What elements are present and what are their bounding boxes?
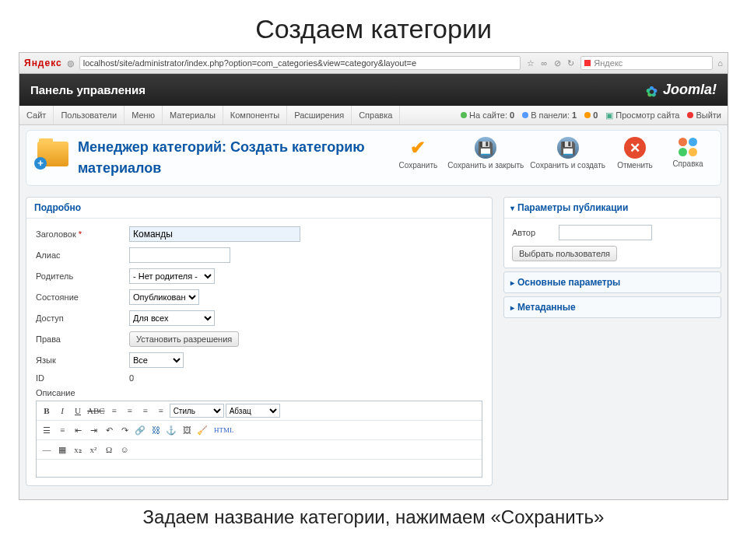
emoticon-button[interactable]: ☺	[117, 443, 132, 457]
image-button[interactable]: 🖼	[180, 423, 194, 437]
access-select[interactable]: Для всех	[129, 310, 215, 326]
id-value: 0	[129, 373, 134, 383]
reload-icon[interactable]: ↻	[565, 58, 576, 68]
author-label: Автор	[512, 228, 559, 237]
editor-toolbar-1: B I U ABC ≡ ≡ ≡ ≡ Стиль Абзац	[37, 401, 482, 421]
access-label: Доступ	[36, 313, 129, 323]
alias-input[interactable]	[129, 247, 230, 263]
table-button[interactable]: ▦	[55, 443, 69, 457]
content-area: + Менеджер категорий: Создать категорию …	[19, 125, 728, 499]
joomla-logo: Joomla!	[646, 82, 717, 98]
html-button[interactable]: HTML	[211, 423, 237, 437]
editor-toolbar-2: ☰ ≡ ⇤ ⇥ ↶ ↷ 🔗 ⛓ ⚓ 🖼 🧹	[37, 421, 482, 440]
state-select[interactable]: Опубликовано	[129, 289, 199, 305]
description-label: Описание	[36, 388, 482, 397]
metadata-panel-header[interactable]: Метаданные	[504, 297, 721, 317]
logout-icon	[687, 112, 693, 118]
main-menu: Сайт Пользователи Меню Материалы Компоне…	[19, 106, 728, 125]
number-list-button[interactable]: ≡	[55, 423, 69, 437]
author-input[interactable]	[559, 225, 652, 240]
save-button[interactable]: Сохранить	[395, 137, 441, 170]
menu-menus[interactable]: Меню	[124, 106, 163, 124]
search-input[interactable]: Яндекс	[580, 56, 713, 70]
admin-title: Панель управления	[30, 83, 146, 96]
anchor-button[interactable]: ⚓	[164, 423, 178, 437]
redo-button[interactable]: ↷	[117, 423, 132, 437]
home-icon[interactable]: ⌂	[717, 58, 723, 68]
save-close-button[interactable]: Сохранить и закрыть	[447, 137, 524, 170]
msg-count: 0	[584, 110, 598, 120]
globe-icon: ◍	[67, 58, 75, 68]
align-left-button[interactable]: ≡	[107, 404, 121, 418]
title-label: Заголовок *	[36, 229, 129, 239]
menu-content[interactable]: Материалы	[163, 106, 223, 124]
subscript-button[interactable]: x₂	[71, 443, 85, 457]
help-button[interactable]: Справка	[665, 137, 711, 170]
basic-panel-header[interactable]: Основные параметры	[504, 272, 721, 292]
align-right-button[interactable]: ≡	[139, 404, 153, 418]
menu-users[interactable]: Пользователи	[54, 106, 124, 124]
stop-icon[interactable]: ⊘	[552, 58, 563, 68]
editor: B I U ABC ≡ ≡ ≡ ≡ Стиль Абзац	[36, 401, 482, 478]
cancel-button[interactable]: Отменить	[612, 137, 658, 170]
save-close-label: Сохранить и закрыть	[447, 161, 524, 170]
char-button[interactable]: Ω	[102, 443, 116, 457]
save-new-button[interactable]: Сохранить и создать	[530, 137, 605, 170]
menu-extensions[interactable]: Расширения	[287, 106, 352, 124]
link-button[interactable]: 🔗	[133, 423, 147, 437]
onsite-count: На сайте: 0	[461, 110, 514, 120]
metadata-panel: Метаданные	[503, 296, 721, 318]
clean-button[interactable]: 🧹	[195, 423, 209, 437]
menu-site[interactable]: Сайт	[19, 106, 54, 124]
state-label: Состояние	[36, 292, 129, 302]
title-input[interactable]	[129, 226, 300, 242]
unlink-button[interactable]: ⛓	[149, 423, 163, 437]
publishing-panel-header[interactable]: Параметры публикации	[504, 198, 721, 219]
link-icon[interactable]: ∞	[538, 58, 549, 68]
basic-panel: Основные параметры	[503, 271, 721, 293]
indent-button[interactable]: ⇥	[86, 423, 100, 437]
hr-button[interactable]: —	[40, 443, 54, 457]
editor-textarea[interactable]	[37, 460, 482, 477]
undo-button[interactable]: ↶	[102, 423, 116, 437]
strike-button[interactable]: ABC	[86, 404, 106, 418]
slide-caption: Задаем название категории, нажимаем «Сох…	[0, 500, 747, 534]
admin-icon	[522, 112, 528, 118]
align-center-button[interactable]: ≡	[123, 404, 137, 418]
help-label: Справка	[672, 159, 703, 168]
lang-label: Язык	[36, 355, 129, 365]
underline-button[interactable]: U	[71, 404, 85, 418]
outdent-button[interactable]: ⇤	[71, 423, 85, 437]
bullet-list-button[interactable]: ☰	[40, 423, 54, 437]
star-icon[interactable]: ☆	[525, 58, 536, 68]
user-icon	[461, 112, 467, 118]
superscript-button[interactable]: x²	[86, 443, 100, 457]
cancel-label: Отменить	[617, 161, 653, 170]
parent-select[interactable]: - Нет родителя -	[129, 268, 215, 284]
alias-label: Алиас	[36, 250, 129, 260]
parent-label: Родитель	[36, 271, 129, 281]
menu-components[interactable]: Компоненты	[223, 106, 287, 124]
yandex-icon	[584, 60, 591, 66]
align-justify-button[interactable]: ≡	[154, 404, 168, 418]
preview-link[interactable]: ▣Просмотр сайта	[605, 110, 679, 121]
status-bar: На сайте: 0 В панели: 1 0 ▣Просмотр сайт…	[454, 106, 728, 124]
help-icon	[678, 137, 698, 157]
lang-select[interactable]: Все	[129, 352, 184, 368]
italic-button[interactable]: I	[55, 404, 69, 418]
logout-link[interactable]: Выйти	[687, 110, 721, 120]
paragraph-select[interactable]: Абзац	[226, 404, 280, 418]
menu-help[interactable]: Справка	[352, 106, 400, 124]
joomla-flower-icon	[646, 83, 660, 97]
style-select[interactable]: Стиль	[170, 404, 224, 418]
select-user-button[interactable]: Выбрать пользователя	[512, 246, 617, 261]
joomla-logo-text: Joomla!	[663, 82, 717, 98]
save-new-icon	[557, 137, 579, 159]
url-input[interactable]: localhost/site/administrator/index.php?o…	[79, 56, 521, 70]
page-title: Менеджер категорий: Создать категорию ма…	[78, 137, 365, 179]
check-icon	[407, 137, 429, 159]
browser-frame: Яндекс ◍ localhost/site/administrator/in…	[19, 52, 728, 500]
panel-count: В панели: 1	[522, 110, 577, 120]
set-permissions-button[interactable]: Установить разрешения	[129, 331, 239, 347]
bold-button[interactable]: B	[40, 404, 54, 418]
